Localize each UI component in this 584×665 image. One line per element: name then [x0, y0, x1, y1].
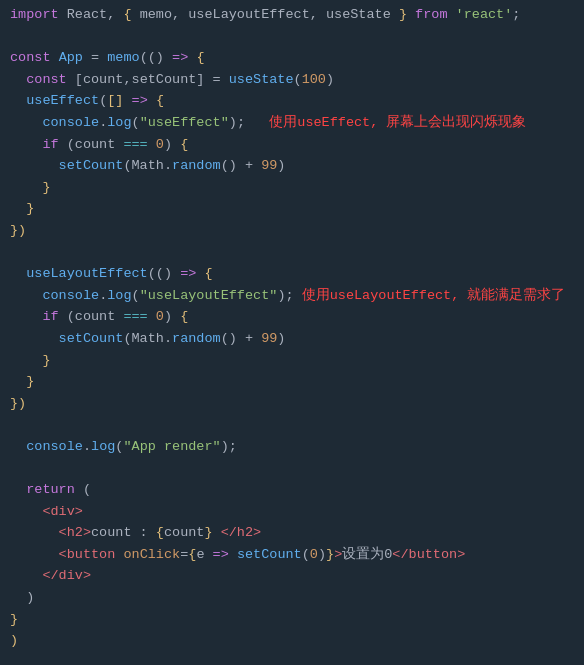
code-editor: import React, { memo, useLayoutEffect, u…	[0, 0, 584, 665]
code-line: console.log("useLayoutEffect"); 使用useLay…	[0, 285, 584, 307]
code-line: const App = memo(() => {	[0, 47, 584, 69]
code-line: }	[0, 177, 584, 199]
code-line: })	[0, 393, 584, 415]
code-line: const [count,setCount] = useState(100)	[0, 69, 584, 91]
code-line: }	[0, 609, 584, 631]
code-line: <div>	[0, 501, 584, 523]
code-line: }	[0, 350, 584, 372]
code-line: useLayoutEffect(() => {	[0, 263, 584, 285]
code-line: if (count === 0) {	[0, 306, 584, 328]
code-line	[0, 457, 584, 479]
code-line: console.log("useEffect"); 使用useEffect, 屏…	[0, 112, 584, 134]
code-line: </div>	[0, 565, 584, 587]
code-line: )	[0, 630, 584, 652]
code-line: )	[0, 587, 584, 609]
code-line: if (count === 0) {	[0, 134, 584, 156]
code-line: <button onClick={e => setCount(0)}>设置为0<…	[0, 544, 584, 566]
code-line: console.log("App render");	[0, 436, 584, 458]
code-line	[0, 652, 584, 665]
code-line: })	[0, 220, 584, 242]
code-line: setCount(Math.random() + 99)	[0, 328, 584, 350]
code-line: setCount(Math.random() + 99)	[0, 155, 584, 177]
code-line: import React, { memo, useLayoutEffect, u…	[0, 4, 584, 26]
code-line: return (	[0, 479, 584, 501]
code-line: <h2>count : {count} </h2>	[0, 522, 584, 544]
code-line	[0, 414, 584, 436]
code-line	[0, 242, 584, 264]
code-line: }	[0, 198, 584, 220]
code-line: }	[0, 371, 584, 393]
code-line: useEffect([] => {	[0, 90, 584, 112]
code-line	[0, 26, 584, 48]
